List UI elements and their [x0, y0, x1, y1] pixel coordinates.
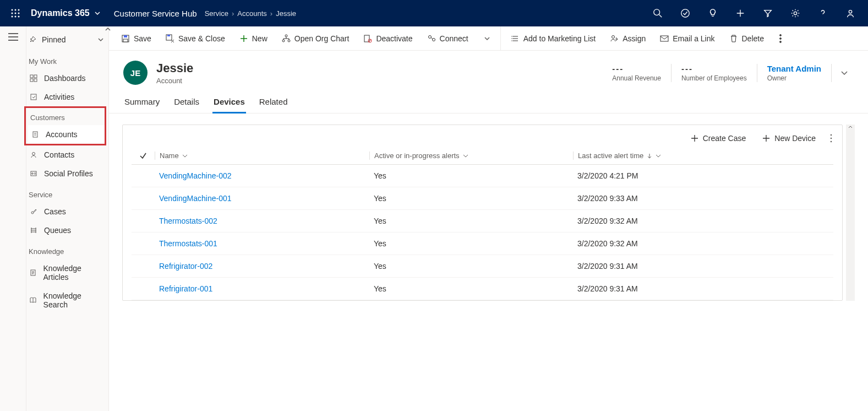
sidebar-item-accounts[interactable]: Accounts: [28, 125, 105, 144]
plus-icon: [239, 34, 248, 43]
svg-point-10: [681, 9, 689, 17]
filter-icon[interactable]: [756, 0, 780, 26]
svg-rect-25: [124, 35, 127, 37]
header-metric-owner[interactable]: Tenant Admin Owner: [757, 64, 832, 82]
command-overflow-button[interactable]: [772, 26, 789, 51]
select-all-checkbox[interactable]: [132, 152, 155, 160]
cmd-label: Email a Link: [673, 34, 714, 43]
sidebar-item-knowledge-search[interactable]: Knowledge Search: [26, 286, 108, 314]
new-button[interactable]: New: [233, 26, 274, 51]
delete-button[interactable]: Delete: [723, 26, 771, 51]
table-row[interactable]: Refrigirator-001Yes3/2/2020 9:31 AM: [132, 278, 833, 300]
new-device-button[interactable]: New Device: [756, 131, 822, 146]
connect-split-button[interactable]: [476, 26, 501, 51]
svg-point-36: [612, 35, 615, 38]
tab-summary[interactable]: Summary: [123, 94, 161, 113]
device-name-link[interactable]: Refrigirator-002: [155, 262, 369, 271]
breadcrumb-item[interactable]: Accounts: [237, 9, 266, 18]
svg-rect-28: [167, 35, 170, 36]
column-header-time[interactable]: Last active alert time: [573, 152, 833, 160]
svg-point-5: [18, 13, 20, 14]
save-close-button[interactable]: Save & Close: [159, 26, 232, 51]
app-name[interactable]: Customer Service Hub: [106, 9, 205, 18]
table-row[interactable]: Thermostats-001Yes3/2/2020 9:32 AM: [132, 232, 833, 255]
sidebar-item-knowledge-articles[interactable]: Knowledge Articles: [26, 259, 108, 286]
app-launcher-icon[interactable]: [6, 0, 25, 26]
device-name-link[interactable]: Thermostats-001: [155, 239, 369, 248]
svg-rect-26: [123, 39, 128, 42]
scroll-up-arrow-icon[interactable]: [848, 125, 853, 129]
tab-details[interactable]: Details: [173, 94, 200, 113]
sidebar-item-dashboards[interactable]: Dashboards: [26, 69, 108, 88]
subgrid-overflow-button[interactable]: [826, 131, 837, 146]
deactivate-icon: [363, 34, 372, 43]
breadcrumb-item[interactable]: Service: [205, 9, 228, 18]
column-header-alerts[interactable]: Active or in-progress alerts: [369, 152, 573, 160]
sidebar-item-queues[interactable]: Queues: [26, 221, 108, 240]
column-label: Name: [160, 152, 179, 160]
svg-point-35: [432, 38, 435, 41]
product-brand-label: Dynamics 365: [31, 8, 90, 18]
org-chart-icon: [282, 34, 291, 43]
header-metric-annual-revenue[interactable]: --- Annual Revenue: [602, 64, 672, 82]
plus-icon: [762, 134, 770, 142]
user-icon[interactable]: [838, 0, 862, 26]
save-icon: [121, 34, 130, 43]
svg-point-29: [285, 35, 287, 37]
sidebar-item-social-profiles[interactable]: Social Profiles: [26, 164, 108, 183]
table-row[interactable]: Thermostats-002Yes3/2/2020 9:32 AM: [132, 210, 833, 232]
table-row[interactable]: VendingMachine-001Yes3/2/2020 9:33 AM: [132, 187, 833, 210]
marketing-list-icon: [511, 34, 520, 43]
lightbulb-icon[interactable]: [701, 0, 725, 26]
cmd-label: Add to Marketing List: [523, 34, 596, 43]
connect-button[interactable]: Connect: [421, 26, 475, 51]
sidebar-pinned-section[interactable]: Pinned: [26, 26, 108, 50]
svg-point-11: [794, 12, 796, 14]
create-case-button[interactable]: Create Case: [684, 131, 753, 146]
table-row[interactable]: Refrigirator-002Yes3/2/2020 9:31 AM: [132, 255, 833, 278]
avatar: JE: [123, 61, 148, 85]
svg-point-9: [654, 9, 660, 15]
add-to-marketing-list-button[interactable]: Add to Marketing List: [504, 26, 603, 51]
assign-button[interactable]: Assign: [603, 26, 652, 51]
vertical-scrollbar[interactable]: [846, 125, 855, 301]
deactivate-button[interactable]: Deactivate: [357, 26, 419, 51]
email-link-button[interactable]: Email a Link: [653, 26, 721, 51]
scroll-up-arrow-icon[interactable]: [105, 26, 112, 33]
help-icon[interactable]: [811, 0, 835, 26]
tab-devices[interactable]: Devices: [212, 94, 246, 113]
cases-icon: [29, 208, 39, 215]
sidebar-item-label: Activities: [44, 93, 74, 101]
breadcrumb-item[interactable]: Jessie: [276, 9, 296, 18]
connect-icon: [427, 34, 436, 43]
cmd-label: Deactivate: [376, 34, 412, 43]
device-name-link[interactable]: Refrigirator-001: [155, 284, 369, 293]
task-icon[interactable]: [673, 0, 697, 26]
global-nav-bar: Dynamics 365 Customer Service Hub Servic…: [0, 0, 868, 26]
sidebar-item-cases[interactable]: Cases: [26, 202, 108, 221]
plus-icon[interactable]: [728, 0, 752, 26]
book-icon: [29, 296, 38, 304]
open-org-chart-button[interactable]: Open Org Chart: [275, 26, 356, 51]
product-brand[interactable]: Dynamics 365: [25, 8, 106, 18]
sidebar-item-activities[interactable]: Activities: [26, 88, 108, 106]
column-header-name[interactable]: Name: [155, 152, 369, 160]
svg-rect-14: [34, 75, 37, 78]
header-expand-button[interactable]: [832, 69, 854, 77]
svg-point-19: [32, 153, 35, 155]
table-row[interactable]: VendingMachine-002Yes3/2/2020 4:21 PM: [132, 165, 833, 187]
svg-point-39: [780, 37, 782, 39]
device-name-link[interactable]: VendingMachine-001: [155, 194, 369, 203]
search-icon[interactable]: [646, 0, 670, 26]
tab-related[interactable]: Related: [258, 94, 289, 113]
device-name-link[interactable]: VendingMachine-002: [155, 171, 369, 180]
sidebar-item-contacts[interactable]: Contacts: [26, 145, 108, 164]
header-metric-employees[interactable]: --- Number of Employees: [672, 64, 757, 82]
save-button[interactable]: Save: [114, 26, 158, 51]
social-icon: [29, 170, 39, 177]
device-name-link[interactable]: Thermostats-002: [155, 217, 369, 225]
gear-icon[interactable]: [783, 0, 807, 26]
hamburger-icon[interactable]: [8, 33, 18, 41]
sidebar-item-label: Contacts: [44, 150, 74, 159]
sidebar-group-mywork: My Work: [26, 50, 108, 69]
